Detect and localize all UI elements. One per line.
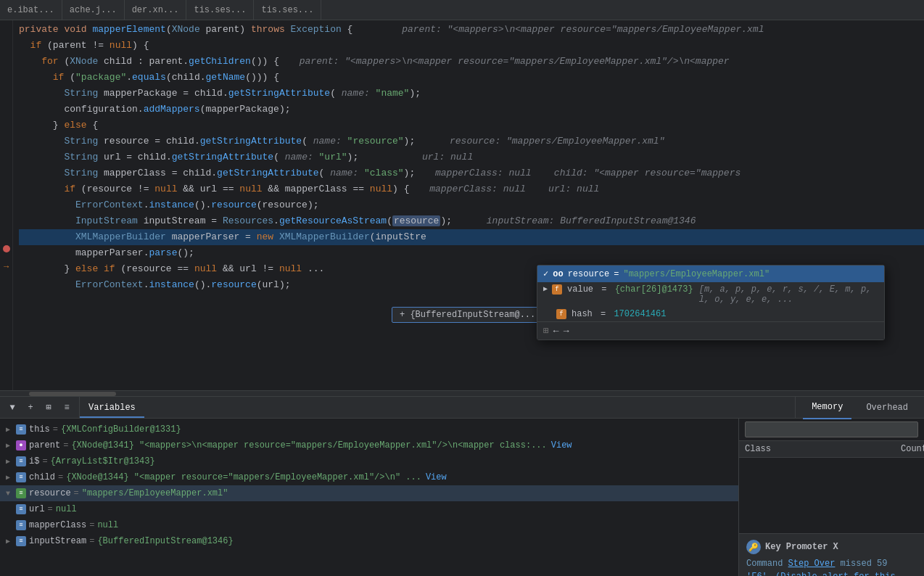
code-line-14: XMLMapperBuilder mapperParser = new XMLM… bbox=[19, 229, 924, 245]
file-tab-3[interactable]: der.xn... bbox=[125, 0, 187, 20]
notif-shortcut: 'F6' bbox=[746, 572, 767, 576]
var-row-url[interactable]: ≡ url = null bbox=[0, 501, 738, 517]
search-bar bbox=[739, 419, 924, 441]
var-row-i[interactable]: ▶ ≡ i$ = {ArrayList$Itr@1343} bbox=[0, 453, 738, 469]
code-line-12: ErrorContext.instance().resource(resourc… bbox=[19, 197, 924, 213]
expand-icon: ▶ bbox=[543, 284, 548, 293]
tooltip-back-icon[interactable]: ← bbox=[553, 326, 559, 337]
horizontal-scrollbar[interactable] bbox=[0, 390, 924, 396]
file-tab-4[interactable]: tis.ses... bbox=[186, 0, 254, 20]
field-icon-hash: f bbox=[556, 309, 566, 319]
code-line-5: String mapperPackage = child.getStringAt… bbox=[19, 86, 924, 102]
left-sidebar: → bbox=[0, 20, 13, 390]
notif-shortcut-action[interactable]: (Disable alert for this sho... bbox=[746, 572, 896, 576]
right-panel-body: Class Count bbox=[739, 419, 924, 533]
right-panel: Class Count 🔑 Key Promoter X Command Ste… bbox=[739, 419, 924, 576]
var-expander-resource[interactable]: ▼ bbox=[6, 490, 16, 498]
var-link-parent[interactable]: View bbox=[551, 440, 572, 450]
panel-right-tabs: Memory Overhead bbox=[796, 397, 924, 418]
search-input[interactable] bbox=[745, 421, 918, 437]
var-expander-this[interactable]: ▶ bbox=[6, 425, 16, 434]
table-header: Class Count bbox=[739, 441, 924, 458]
var-expander-mapperclass bbox=[6, 522, 16, 530]
breakpoint-marker bbox=[3, 245, 10, 252]
var-expander-url bbox=[6, 506, 16, 514]
notification-box: 🔑 Key Promoter X Command Step Over misse… bbox=[739, 533, 924, 576]
tooltip-var-name: resource bbox=[568, 269, 610, 279]
inline-hint-text: {BufferedInputStream@... bbox=[410, 310, 535, 320]
var-row-parent[interactable]: ▶ ● parent = {XNode@1341} "<mappers>\n<m… bbox=[0, 437, 738, 453]
variables-panel[interactable]: ▶ ≡ this = {XMLConfigBuilder@1331} ▶ ● p… bbox=[0, 419, 739, 576]
var-icon-child: ≡ bbox=[16, 472, 26, 482]
var-expander-inputstream[interactable]: ▶ bbox=[6, 537, 16, 546]
notif-body-middle: missed 59 bbox=[835, 559, 887, 569]
var-icon-i: ≡ bbox=[16, 456, 26, 466]
table-body bbox=[739, 458, 924, 533]
panel-toolbar-add-btn[interactable]: + bbox=[22, 400, 38, 416]
code-line-13: InputStream inputStream = Resources.getR… bbox=[19, 213, 924, 229]
tooltip-eq: = bbox=[614, 269, 619, 279]
code-line-7: } else { bbox=[19, 118, 924, 133]
inline-hint-popup: + {BufferedInputStream@... bbox=[392, 307, 543, 323]
debug-tooltip: ✓ oo resource = "mappers/EmployeeMapper.… bbox=[537, 265, 885, 340]
tooltip-icon: oo bbox=[553, 269, 563, 279]
var-icon-parent: ● bbox=[16, 440, 26, 450]
var-row-resource[interactable]: ▼ ≡ resource = "mappers/EmployeeMapper.x… bbox=[0, 485, 738, 501]
tab-variables[interactable]: Variables bbox=[80, 397, 144, 418]
panel-body: ▶ ≡ this = {XMLConfigBuilder@1331} ▶ ● p… bbox=[0, 419, 924, 576]
tab-overhead[interactable]: Overhead bbox=[857, 397, 917, 419]
key-promoter-icon: 🔑 bbox=[746, 540, 761, 554]
notif-command-link[interactable]: Step Over bbox=[788, 559, 836, 569]
notif-title: Key Promoter X bbox=[765, 542, 838, 552]
panel-toolbar-list-btn[interactable]: ≡ bbox=[59, 400, 75, 416]
code-line-1: private void mapperElement(XNode parent)… bbox=[19, 22, 924, 38]
file-tab-2[interactable]: ache.j... bbox=[62, 0, 125, 20]
var-icon-this: ≡ bbox=[16, 424, 26, 435]
var-icon-mapperclass: ≡ bbox=[16, 520, 26, 530]
tooltip-header: ✓ oo resource = "mappers/EmployeeMapper.… bbox=[537, 266, 884, 282]
tooltip-check-icon: ✓ bbox=[543, 268, 548, 279]
inline-hint-plus: + bbox=[400, 310, 405, 320]
code-line-10: String mapperClass = child.getStringAttr… bbox=[19, 165, 924, 181]
tab-memory[interactable]: Memory bbox=[803, 396, 851, 419]
code-line-6: configuration.addMappers(mapperPackage); bbox=[19, 102, 924, 118]
var-link-child[interactable]: View bbox=[426, 472, 447, 482]
tooltip-forward-icon[interactable]: → bbox=[564, 326, 569, 337]
th-count: Count bbox=[895, 443, 924, 456]
panel-left-tabs: ▼ + ⊞ ≡ Variables bbox=[0, 397, 796, 418]
var-row-mapperclass[interactable]: ≡ mapperClass = null bbox=[0, 517, 738, 533]
notif-header: 🔑 Key Promoter X bbox=[746, 540, 917, 554]
notif-body: Command Step Over missed 59 'F6' (Disabl… bbox=[746, 557, 917, 576]
code-line-2: if (parent != null) { bbox=[19, 38, 924, 54]
tooltip-expand-icon: ⊞ bbox=[543, 325, 549, 337]
debug-arrow-icon: → bbox=[4, 262, 9, 272]
var-row-inputstream[interactable]: ▶ ≡ inputStream = {BufferedInputStream@1… bbox=[0, 533, 738, 549]
tooltip-var-val: "mappers/EmployeeMapper.xml" bbox=[623, 269, 770, 279]
var-icon-inputstream: ≡ bbox=[16, 536, 26, 546]
var-row-this[interactable]: ▶ ≡ this = {XMLConfigBuilder@1331} bbox=[0, 421, 738, 437]
code-line-15: mapperParser.parse(); bbox=[19, 245, 924, 261]
code-line-3: for (XNode child : parent.getChildren())… bbox=[19, 54, 924, 70]
panel-toolbar-down-btn[interactable]: ▼ bbox=[4, 400, 20, 416]
var-expander-i[interactable]: ▶ bbox=[6, 457, 16, 466]
code-line-9: String url = child.getStringAttribute( n… bbox=[19, 149, 924, 165]
bottom-panel: ▼ + ⊞ ≡ Variables Memory Overhead ▶ ≡ th… bbox=[0, 396, 924, 576]
code-line-11: if (resource != null && url == null && m… bbox=[19, 181, 924, 197]
field-icon-value: f bbox=[552, 284, 562, 295]
code-line-8: String resource = child.getStringAttribu… bbox=[19, 133, 924, 149]
panel-toolbar-grid-btn[interactable]: ⊞ bbox=[41, 400, 57, 416]
file-tab-5[interactable]: tis.ses... bbox=[254, 0, 321, 20]
notif-body-prefix: Command bbox=[746, 559, 788, 569]
panel-tabs: ▼ + ⊞ ≡ Variables Memory Overhead bbox=[0, 397, 924, 419]
var-expander-parent[interactable]: ▶ bbox=[6, 441, 16, 450]
var-icon-resource: ≡ bbox=[16, 488, 26, 498]
file-tab-1[interactable]: e.ibat... bbox=[0, 0, 62, 20]
code-line-4: if ("package".equals(child.getName())) { bbox=[19, 70, 924, 86]
th-class: Class bbox=[739, 443, 895, 456]
tooltip-row-hash[interactable]: f hash = 1702641461 bbox=[537, 307, 884, 321]
tooltip-nav: ⊞ ← → bbox=[537, 321, 884, 340]
var-expander-child[interactable]: ▶ bbox=[6, 473, 16, 482]
var-row-child[interactable]: ▶ ≡ child = {XNode@1344} "<mapper resour… bbox=[0, 469, 738, 485]
tooltip-row-value[interactable]: ▶ f value = {char[26]@1473} [m, a, p, p,… bbox=[537, 282, 884, 307]
file-tabs-bar: e.ibat... ache.j... der.xn... tis.ses...… bbox=[0, 0, 924, 20]
